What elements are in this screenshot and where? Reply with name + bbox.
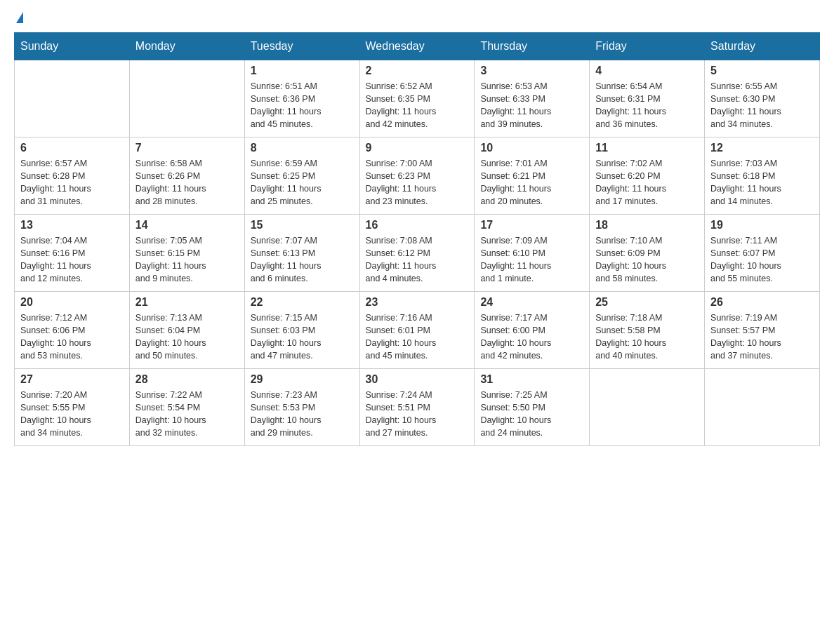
calendar-cell: 12Sunrise: 7:03 AMSunset: 6:18 PMDayligh… bbox=[705, 137, 820, 215]
day-number: 1 bbox=[251, 65, 354, 77]
day-number: 17 bbox=[480, 219, 583, 232]
day-number: 24 bbox=[480, 296, 583, 309]
calendar-cell: 5Sunrise: 6:55 AMSunset: 6:30 PMDaylight… bbox=[705, 60, 820, 137]
day-number: 19 bbox=[710, 219, 814, 232]
calendar-cell: 21Sunrise: 7:13 AMSunset: 6:04 PMDayligh… bbox=[129, 292, 244, 369]
day-number: 6 bbox=[20, 142, 124, 154]
calendar-week-row: 20Sunrise: 7:12 AMSunset: 6:06 PMDayligh… bbox=[15, 292, 820, 369]
calendar-week-row: 27Sunrise: 7:20 AMSunset: 5:55 PMDayligh… bbox=[15, 369, 820, 446]
day-number: 26 bbox=[710, 296, 814, 309]
day-number: 22 bbox=[251, 296, 354, 309]
day-info: Sunrise: 7:08 AMSunset: 6:12 PMDaylight:… bbox=[366, 234, 469, 286]
calendar-header-sunday: Sunday bbox=[15, 33, 130, 60]
day-info: Sunrise: 7:09 AMSunset: 6:10 PMDaylight:… bbox=[480, 234, 583, 286]
calendar-cell: 19Sunrise: 7:11 AMSunset: 6:07 PMDayligh… bbox=[705, 215, 820, 292]
day-info: Sunrise: 7:02 AMSunset: 6:20 PMDaylight:… bbox=[595, 157, 699, 208]
day-info: Sunrise: 7:19 AMSunset: 5:57 PMDaylight:… bbox=[710, 311, 814, 363]
calendar-header-saturday: Saturday bbox=[705, 33, 820, 60]
day-number: 31 bbox=[480, 373, 583, 386]
day-info: Sunrise: 7:15 AMSunset: 6:03 PMDaylight:… bbox=[251, 311, 354, 363]
page-header bbox=[14, 14, 820, 25]
day-info: Sunrise: 6:53 AMSunset: 6:33 PMDaylight:… bbox=[480, 80, 583, 131]
calendar-cell: 10Sunrise: 7:01 AMSunset: 6:21 PMDayligh… bbox=[475, 137, 590, 215]
calendar-cell: 15Sunrise: 7:07 AMSunset: 6:13 PMDayligh… bbox=[244, 215, 359, 292]
day-info: Sunrise: 7:23 AMSunset: 5:53 PMDaylight:… bbox=[251, 389, 354, 440]
calendar-cell: 29Sunrise: 7:23 AMSunset: 5:53 PMDayligh… bbox=[244, 369, 359, 446]
calendar-cell: 22Sunrise: 7:15 AMSunset: 6:03 PMDayligh… bbox=[244, 292, 359, 369]
day-info: Sunrise: 6:59 AMSunset: 6:25 PMDaylight:… bbox=[251, 157, 354, 208]
calendar-week-row: 13Sunrise: 7:04 AMSunset: 6:16 PMDayligh… bbox=[15, 215, 820, 292]
day-number: 21 bbox=[135, 296, 239, 309]
day-info: Sunrise: 7:16 AMSunset: 6:01 PMDaylight:… bbox=[366, 311, 469, 363]
calendar-cell: 4Sunrise: 6:54 AMSunset: 6:31 PMDaylight… bbox=[590, 60, 705, 137]
calendar-cell: 2Sunrise: 6:52 AMSunset: 6:35 PMDaylight… bbox=[359, 60, 475, 137]
day-info: Sunrise: 7:20 AMSunset: 5:55 PMDaylight:… bbox=[20, 389, 124, 440]
calendar-cell: 25Sunrise: 7:18 AMSunset: 5:58 PMDayligh… bbox=[590, 292, 705, 369]
day-number: 2 bbox=[366, 65, 469, 77]
calendar-cell bbox=[129, 60, 244, 137]
calendar-cell: 14Sunrise: 7:05 AMSunset: 6:15 PMDayligh… bbox=[129, 215, 244, 292]
day-number: 9 bbox=[366, 142, 469, 154]
day-info: Sunrise: 7:07 AMSunset: 6:13 PMDaylight:… bbox=[251, 234, 354, 286]
day-number: 8 bbox=[251, 142, 354, 154]
day-number: 28 bbox=[135, 373, 239, 386]
day-info: Sunrise: 6:57 AMSunset: 6:28 PMDaylight:… bbox=[20, 157, 124, 208]
calendar-week-row: 1Sunrise: 6:51 AMSunset: 6:36 PMDaylight… bbox=[15, 60, 820, 137]
calendar-cell bbox=[705, 369, 820, 446]
day-number: 4 bbox=[595, 65, 699, 77]
calendar-header-monday: Monday bbox=[129, 33, 244, 60]
day-info: Sunrise: 6:51 AMSunset: 6:36 PMDaylight:… bbox=[251, 80, 354, 131]
calendar-cell: 11Sunrise: 7:02 AMSunset: 6:20 PMDayligh… bbox=[590, 137, 705, 215]
day-number: 12 bbox=[710, 142, 814, 154]
day-number: 25 bbox=[595, 296, 699, 309]
day-number: 23 bbox=[366, 296, 469, 309]
day-number: 15 bbox=[251, 219, 354, 232]
calendar-cell: 24Sunrise: 7:17 AMSunset: 6:00 PMDayligh… bbox=[475, 292, 590, 369]
day-info: Sunrise: 7:17 AMSunset: 6:00 PMDaylight:… bbox=[480, 311, 583, 363]
calendar-cell: 3Sunrise: 6:53 AMSunset: 6:33 PMDaylight… bbox=[475, 60, 590, 137]
calendar-cell: 9Sunrise: 7:00 AMSunset: 6:23 PMDaylight… bbox=[359, 137, 475, 215]
calendar-cell bbox=[590, 369, 705, 446]
day-info: Sunrise: 6:55 AMSunset: 6:30 PMDaylight:… bbox=[710, 80, 814, 131]
calendar-cell: 1Sunrise: 6:51 AMSunset: 6:36 PMDaylight… bbox=[244, 60, 359, 137]
day-info: Sunrise: 7:25 AMSunset: 5:50 PMDaylight:… bbox=[480, 389, 583, 440]
calendar-cell: 17Sunrise: 7:09 AMSunset: 6:10 PMDayligh… bbox=[475, 215, 590, 292]
day-info: Sunrise: 6:52 AMSunset: 6:35 PMDaylight:… bbox=[366, 80, 469, 131]
day-info: Sunrise: 7:11 AMSunset: 6:07 PMDaylight:… bbox=[710, 234, 814, 286]
day-number: 13 bbox=[20, 219, 124, 232]
calendar-header-friday: Friday bbox=[590, 33, 705, 60]
calendar-cell: 20Sunrise: 7:12 AMSunset: 6:06 PMDayligh… bbox=[15, 292, 130, 369]
calendar-cell bbox=[15, 60, 130, 137]
calendar-cell: 23Sunrise: 7:16 AMSunset: 6:01 PMDayligh… bbox=[359, 292, 475, 369]
calendar-header-tuesday: Tuesday bbox=[244, 33, 359, 60]
calendar-cell: 30Sunrise: 7:24 AMSunset: 5:51 PMDayligh… bbox=[359, 369, 475, 446]
day-number: 3 bbox=[480, 65, 583, 77]
day-info: Sunrise: 7:24 AMSunset: 5:51 PMDaylight:… bbox=[366, 389, 469, 440]
calendar-cell: 6Sunrise: 6:57 AMSunset: 6:28 PMDaylight… bbox=[15, 137, 130, 215]
calendar-cell: 8Sunrise: 6:59 AMSunset: 6:25 PMDaylight… bbox=[244, 137, 359, 215]
day-number: 16 bbox=[366, 219, 469, 232]
calendar-cell: 31Sunrise: 7:25 AMSunset: 5:50 PMDayligh… bbox=[475, 369, 590, 446]
day-number: 14 bbox=[135, 219, 239, 232]
day-info: Sunrise: 7:00 AMSunset: 6:23 PMDaylight:… bbox=[366, 157, 469, 208]
calendar-table: SundayMondayTuesdayWednesdayThursdayFrid… bbox=[14, 32, 820, 446]
day-number: 29 bbox=[251, 373, 354, 386]
day-number: 11 bbox=[595, 142, 699, 154]
calendar-cell: 26Sunrise: 7:19 AMSunset: 5:57 PMDayligh… bbox=[705, 292, 820, 369]
day-number: 30 bbox=[366, 373, 469, 386]
day-info: Sunrise: 7:10 AMSunset: 6:09 PMDaylight:… bbox=[595, 234, 699, 286]
day-info: Sunrise: 7:04 AMSunset: 6:16 PMDaylight:… bbox=[20, 234, 124, 286]
day-info: Sunrise: 6:54 AMSunset: 6:31 PMDaylight:… bbox=[595, 80, 699, 131]
day-info: Sunrise: 7:12 AMSunset: 6:06 PMDaylight:… bbox=[20, 311, 124, 363]
calendar-cell: 28Sunrise: 7:22 AMSunset: 5:54 PMDayligh… bbox=[129, 369, 244, 446]
day-info: Sunrise: 7:18 AMSunset: 5:58 PMDaylight:… bbox=[595, 311, 699, 363]
day-number: 18 bbox=[595, 219, 699, 232]
day-number: 10 bbox=[480, 142, 583, 154]
logo bbox=[14, 14, 23, 25]
calendar-cell: 18Sunrise: 7:10 AMSunset: 6:09 PMDayligh… bbox=[590, 215, 705, 292]
logo-triangle-icon bbox=[16, 12, 23, 23]
calendar-header-wednesday: Wednesday bbox=[359, 33, 475, 60]
day-info: Sunrise: 7:05 AMSunset: 6:15 PMDaylight:… bbox=[135, 234, 239, 286]
day-number: 27 bbox=[20, 373, 124, 386]
calendar-cell: 13Sunrise: 7:04 AMSunset: 6:16 PMDayligh… bbox=[15, 215, 130, 292]
